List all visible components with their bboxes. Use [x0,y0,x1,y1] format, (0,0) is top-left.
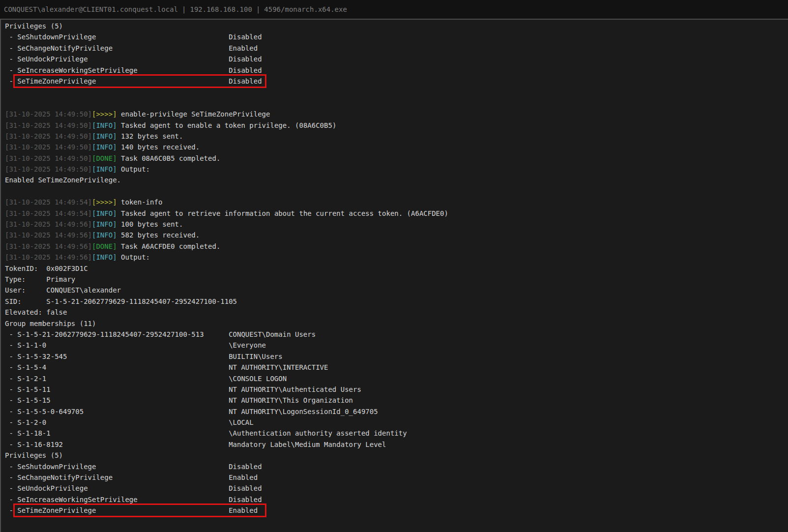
field-key: SID: [5,297,46,305]
section-title: Group memberships (11) [5,320,96,327]
row-value: Enabled [229,473,258,481]
terminal-line: Privileges (5) [5,450,788,461]
log-message: Output: [117,253,150,261]
log-timestamp: [31-10-2025 14:49:56] [5,253,92,261]
row-value: Disabled [229,66,262,74]
row-value: Disabled [229,463,262,471]
row-value: NT AUTHORITY\LogonSessionId_0_649705 [229,408,378,415]
terminal-line: [31-10-2025 14:49:54][INFO] Tasked agent… [5,208,788,219]
terminal-line: - S-1-5-32-545 BUILTIN\Users [5,351,788,362]
terminal-line: - SeShutdownPrivilege Disabled [5,461,788,472]
field-value: 0x002F3D1C [46,265,88,272]
log-timestamp: [31-10-2025 14:49:50] [5,132,92,140]
terminal-line: Type: Primary [5,274,788,285]
log-timestamp: [31-10-2025 14:49:50] [5,154,92,162]
session-header: CONQUEST\alexander@CLIENT01.conquest.loc… [0,0,788,19]
field-value: CONQUEST\alexander [46,286,121,294]
log-message: Output: [117,165,150,173]
terminal-line: [31-10-2025 14:49:50][DONE] Task 08A6C0B… [5,153,788,164]
session-process: 4596/monarch.x64.exe [264,5,347,13]
terminal-line: [31-10-2025 14:49:56][INFO] 582 bytes re… [5,230,788,240]
terminal-line: Elevated: false [5,307,788,318]
session-user-host: CONQUEST\alexander@CLIENT01.conquest.loc… [4,5,178,13]
terminal-line: [31-10-2025 14:49:56][DONE] Task A6ACFDE… [5,241,788,252]
row-value: Disabled [229,484,262,492]
terminal-line: - SeIncreaseWorkingSetPrivilege Disabled [5,65,788,76]
log-timestamp: [31-10-2025 14:49:50] [5,143,92,151]
terminal-line: - S-1-1-0 \Everyone [5,340,788,351]
log-tag-info: [INFO] [92,143,117,151]
terminal-line: [31-10-2025 14:49:50][INFO] Output: [5,164,788,175]
log-timestamp: [31-10-2025 14:49:50] [5,165,92,173]
row-value: NT AUTHORITY\This Organization [229,396,353,404]
log-message: Task 08A6C0B5 completed. [117,154,221,162]
row-name: - SeIncreaseWorkingSetPrivilege [5,496,229,503]
row-name: - S-1-5-32-545 [5,353,229,360]
terminal-line: TokenID: 0x002F3D1C [5,263,788,274]
row-name: - SeIncreaseWorkingSetPrivilege [5,66,229,74]
terminal-line [5,98,788,109]
row-name: - S-1-5-21-2062779629-1118245407-2952427… [5,330,229,338]
terminal-line [5,87,788,97]
row-value: Disabled [229,55,262,63]
row-name: - S-1-5-4 [5,363,229,371]
terminal-line: - S-1-18-1 \Authentication authority ass… [5,428,788,439]
terminal-line: [31-10-2025 14:49:50][INFO] Tasked agent… [5,120,788,131]
log-timestamp: [31-10-2025 14:49:54] [5,198,92,206]
row-name: - S-1-2-1 [5,375,229,383]
row-value: Mandatory Label\Medium Mandatory Level [229,441,386,448]
terminal-line: - S-1-2-0 \LOCAL [5,417,788,428]
separator-pipe: | [182,5,186,13]
output-text: Enabled SeTimeZonePrivilege. [5,176,121,184]
log-tag-done: [DONE] [92,242,117,250]
log-message: 132 bytes sent. [117,132,183,140]
row-name: - SeShutdownPrivilege [5,463,229,471]
row-name: - SeChangeNotifyPrivilege [5,473,229,481]
log-timestamp: [31-10-2025 14:49:50] [5,110,92,118]
log-timestamp: [31-10-2025 14:49:50] [5,121,92,129]
row-value: \Authentication authority asserted ident… [229,429,407,437]
row-value: Disabled [229,496,262,503]
terminal-line: - SeUndockPrivilege Disabled [5,54,788,64]
terminal-output[interactable]: Privileges (5) - SeShutdownPrivilege Dis… [0,19,788,532]
row-name: - S-1-18-1 [5,429,229,437]
log-tag-info: [INFO] [92,132,117,140]
log-tag-done: [DONE] [92,154,117,162]
section-title: Privileges (5) [5,451,63,459]
row-name: - SeTimeZonePrivilege [5,77,229,85]
terminal-line: [31-10-2025 14:49:50][INFO] 132 bytes se… [5,131,788,142]
terminal-line: [31-10-2025 14:49:56][INFO] 100 bytes se… [5,219,788,230]
log-message: enable-privilege SeTimeZonePrivilege [117,110,270,118]
log-message: 140 bytes received. [117,143,200,151]
log-message: Tasked agent to retrieve information abo… [117,209,448,217]
terminal-line: - SeChangeNotifyPrivilege Enabled [5,472,788,483]
separator-pipe: | [256,5,260,13]
log-message: 100 bytes sent. [117,220,183,228]
terminal-line: Enabled SeTimeZonePrivilege. [5,175,788,185]
row-name: - SeTimeZonePrivilege [5,506,229,514]
field-value: Primary [46,275,75,283]
row-name: - S-1-5-15 [5,396,229,404]
row-value: Disabled [229,33,262,41]
terminal-line: - SeIncreaseWorkingSetPrivilege Disabled [5,494,788,505]
log-timestamp: [31-10-2025 14:49:56] [5,220,92,228]
terminal-line: - S-1-5-21-2062779629-1118245407-2952427… [5,329,788,340]
row-value: Disabled [229,77,262,85]
log-tag-info: [INFO] [92,209,117,217]
field-key: TokenID: [5,265,46,272]
log-tag-info: [INFO] [92,231,117,239]
field-value: S-1-5-21-2062779629-1118245407-295242710… [46,297,237,305]
row-name: - SeUndockPrivilege [5,484,229,492]
field-key: Elevated: [5,308,46,316]
row-value: \CONSOLE LOGON [229,375,287,383]
log-message: token-info [117,198,163,206]
log-message: 582 bytes received. [117,231,200,239]
row-name: - S-1-2-0 [5,418,229,426]
row-name: - S-1-5-5-0-649705 [5,408,229,415]
row-name: - S-1-5-11 [5,385,229,393]
log-tag-cmd: [>>>>] [92,110,117,118]
terminal-line: [31-10-2025 14:49:54][>>>>] token-info [5,197,788,207]
log-tag-info: [INFO] [92,121,117,129]
terminal-line: - SeChangeNotifyPrivilege Enabled [5,43,788,54]
row-name: - SeChangeNotifyPrivilege [5,44,229,52]
